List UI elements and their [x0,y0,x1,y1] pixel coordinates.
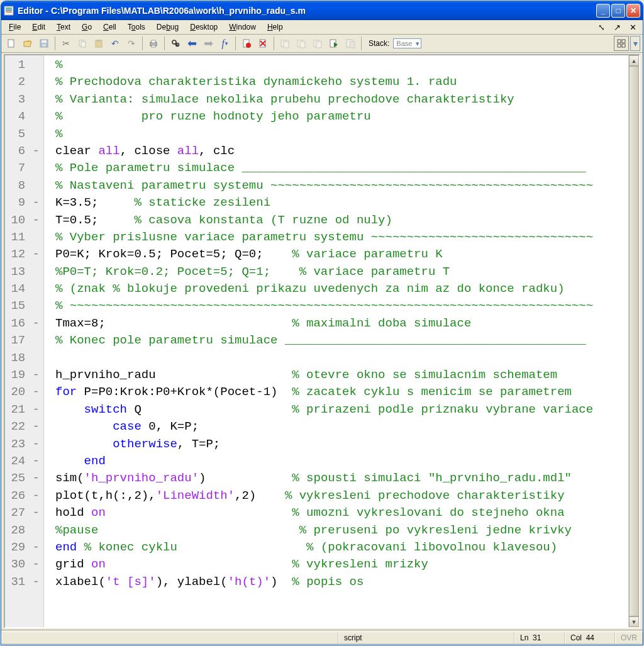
line-number[interactable]: 3 [5,91,43,108]
code-line[interactable]: Tmax=8; % maximalni doba simulace [55,315,628,332]
vertical-scrollbar[interactable]: ▲ ▼ [628,55,639,627]
set-breakpoint-icon[interactable] [239,36,254,51]
code-line[interactable]: plot(t,h(:,2),'LineWidth',2) % vykreslen… [55,487,628,504]
line-number[interactable]: 21 - [5,401,43,418]
line-number[interactable]: 13 [5,264,43,281]
code-line[interactable]: % Nastaveni parametru systemu ~~~~~~~~~~… [55,177,628,194]
line-number[interactable]: 7 [5,160,43,177]
line-number[interactable]: 10 - [5,212,43,229]
scroll-thumb[interactable] [629,66,639,616]
scroll-up-icon[interactable]: ▲ [629,55,639,66]
code-line[interactable] [55,350,628,367]
code-line[interactable]: P0=K; Krok=0.5; Pocet=5; Q=0; % variace … [55,246,628,263]
line-number[interactable]: 2 [5,74,43,91]
code-line[interactable]: xlabel('t [s]'), ylabel('h(t)') % popis … [55,574,628,591]
exit-debug-icon[interactable] [343,36,358,51]
code-line[interactable]: end [55,453,628,470]
line-number[interactable]: 1 [5,57,43,74]
code-line[interactable]: % Konec pole parametru simulace ________… [55,332,628,349]
code-line[interactable]: switch Q % prirazeni podle priznaku vybr… [55,401,628,418]
line-number[interactable]: 18 [5,350,43,367]
line-number[interactable]: 20 - [5,384,43,401]
line-number[interactable]: 11 [5,229,43,246]
open-file-icon[interactable] [20,36,35,51]
code-line[interactable]: clear all, close all, clc [55,143,628,160]
step-icon[interactable] [277,36,292,51]
code-line[interactable]: sim('h_prvniho_radu') % spousti simulaci… [55,470,628,487]
redo-icon[interactable]: ↷ [124,36,139,51]
menu-edit[interactable]: Edit [27,21,50,33]
close-button[interactable]: ✕ [626,4,640,18]
code-line[interactable]: %pause % preruseni po vykresleni jedne k… [55,522,628,539]
save-icon[interactable] [36,36,52,51]
line-number[interactable]: 28 [5,522,43,539]
panel-close-icon[interactable]: ✕ [626,23,640,32]
code-line[interactable]: % Pole parametru simulace ______________… [55,160,628,177]
line-number[interactable]: 24 - [5,453,43,470]
line-number[interactable]: 23 - [5,436,43,453]
menu-window[interactable]: Window [224,21,261,33]
code-line[interactable]: % pro ruzne hodnoty jeho parametru [55,108,628,125]
title-bar[interactable]: Editor - C:\Program Files\MATLAB\R2006a\… [1,1,643,20]
line-number[interactable]: 29 - [5,539,43,556]
back-icon[interactable]: ⬅ [184,36,199,51]
code-line[interactable]: for P=P0:Krok:P0+Krok*(Pocet-1) % zacate… [55,384,628,401]
code-line[interactable]: % Varianta: simulace nekolika prubehu pr… [55,91,628,108]
copy-icon[interactable] [75,36,90,51]
line-number[interactable]: 16 - [5,315,43,332]
code-line[interactable]: grid on % vykresleni mrizky [55,556,628,573]
layout-dropdown-icon[interactable]: ▾ [630,36,640,51]
line-number[interactable]: 15 [5,298,43,315]
dock-toggle-icon[interactable]: ⤡ [594,23,609,32]
new-file-icon[interactable] [4,36,19,51]
print-icon[interactable] [146,36,161,51]
line-number[interactable]: 5 [5,126,43,143]
code-line[interactable]: case 0, K=P; [55,418,628,435]
line-number[interactable]: 9 - [5,194,43,211]
code-line[interactable]: % [55,126,628,143]
line-number[interactable]: 26 - [5,487,43,504]
clear-breakpoint-icon[interactable] [255,36,270,51]
code-line[interactable]: % [55,57,628,74]
line-number[interactable]: 30 - [5,556,43,573]
minimize-button[interactable]: _ [596,4,610,18]
line-number[interactable]: 31 - [5,574,43,591]
run-icon[interactable] [326,36,341,51]
line-number[interactable]: 14 [5,281,43,298]
code-line[interactable]: K=3.5; % staticke zesileni [55,194,628,211]
code-line[interactable]: % ~~~~~~~~~~~~~~~~~~~~~~~~~~~~~~~~~~~~~~… [55,298,628,315]
code-line[interactable]: % (znak % blokuje provedeni prikazu uved… [55,281,628,298]
menu-go[interactable]: Go [77,21,97,33]
stack-select[interactable]: Base [393,38,421,48]
line-number[interactable]: 19 - [5,367,43,384]
maximize-button[interactable]: □ [611,4,625,18]
code-line[interactable]: % Vyber prislusne variace parametru syst… [55,229,628,246]
line-number[interactable]: 4 [5,108,43,125]
function-icon[interactable]: f▾ [217,36,232,51]
code-line[interactable]: otherwise, T=P; [55,436,628,453]
step-out-icon[interactable] [310,36,325,51]
code-line[interactable]: %P0=T; Krok=0.2; Pocet=5; Q=1; % variace… [55,264,628,281]
undo-icon[interactable]: ↶ [108,36,123,51]
menu-text[interactable]: Text [52,21,75,33]
line-number[interactable]: 6 - [5,143,43,160]
menu-desktop[interactable]: Desktop [185,21,223,33]
undock-icon[interactable]: ↗ [610,23,625,32]
scroll-down-icon[interactable]: ▼ [629,616,639,627]
menu-debug[interactable]: Debug [152,21,184,33]
paste-icon[interactable] [91,36,106,51]
line-number[interactable]: 27 - [5,504,43,521]
code-line[interactable]: hold on % umozni vykreslovani do stejneh… [55,504,628,521]
line-number[interactable]: 22 - [5,418,43,435]
menu-cell[interactable]: Cell [98,21,121,33]
line-number[interactable]: 8 [5,177,43,194]
line-number[interactable]: 12 - [5,246,43,263]
menu-file[interactable]: File [4,21,26,33]
code-line[interactable]: % Prechodova charakteristika dynamickeho… [55,74,628,91]
code-line[interactable]: h_prvniho_radu % otevre okno se simulacn… [55,367,628,384]
step-in-icon[interactable] [294,36,309,51]
line-number[interactable]: 25 - [5,470,43,487]
menu-help[interactable]: Help [262,21,288,33]
code-editor[interactable]: %% Prechodova charakteristika dynamickeh… [44,55,628,627]
grid-layout-icon[interactable] [614,36,629,51]
